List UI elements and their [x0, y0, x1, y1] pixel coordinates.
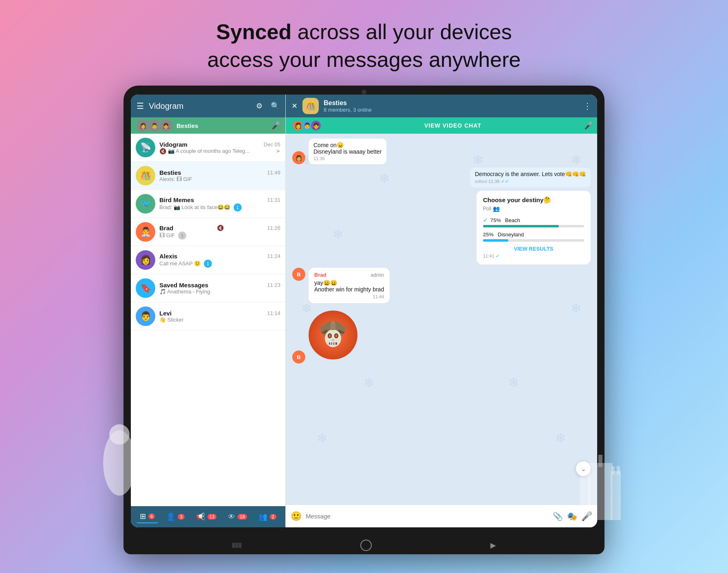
edited-label: edited: [475, 179, 487, 184]
view-video-chat-text: VIEW VIDEO CHAT: [338, 122, 568, 129]
svg-rect-24: [611, 466, 615, 474]
poll-bar-beach: [483, 225, 559, 227]
emoji-button[interactable]: 🙂: [291, 511, 302, 522]
hero-bold: Synced: [216, 20, 291, 44]
tab-groups-icon: 👥: [258, 512, 267, 521]
hero-line1-rest: across all your devices: [291, 20, 512, 44]
chat-info-brad: Brad 🔇 11:26 🎞 GIF 1: [159, 225, 280, 240]
avatar-vidogram: 📡: [136, 138, 155, 157]
tab-groups-badge: 2: [270, 514, 276, 520]
svg-rect-21: [578, 467, 581, 475]
active-chat-banner[interactable]: 👩 👨 👧 Besties 🎤: [131, 117, 285, 134]
tab-contacts[interactable]: 👤 3: [163, 511, 188, 523]
banner-avatar-3: 👧: [159, 118, 173, 133]
chat-time-besties: 11:49: [267, 170, 280, 176]
tab-contacts-icon: 👤: [166, 512, 175, 521]
svg-rect-23: [598, 455, 602, 467]
chat-item-vidogram[interactable]: 📡 Vidogram Dec 05 🔇 📷 A couple of months…: [131, 134, 285, 162]
chat-time-levi: 11:14: [267, 310, 280, 316]
tablet-camera: [362, 90, 366, 95]
hamburger-icon[interactable]: ☰: [137, 101, 144, 111]
avatar-msg1: 👩: [292, 151, 305, 164]
svg-rect-20: [611, 471, 621, 520]
poll-option-disneyland[interactable]: 25% Disneyland: [483, 231, 584, 242]
svg-point-6: [335, 334, 338, 337]
bubble-1: Come on😠Disneyland is waaay better 11:36: [309, 139, 386, 164]
search-icon[interactable]: 🔍: [271, 101, 280, 110]
svg-rect-22: [583, 467, 587, 475]
mute-icon-brad: 🔇: [217, 225, 224, 231]
badge-alexis: 1: [204, 260, 212, 268]
close-button[interactable]: ✕: [291, 101, 298, 110]
microphone-icon[interactable]: 🎤: [271, 121, 280, 130]
banner-avatars: 👩 👨 👧: [136, 118, 170, 133]
poll-check-icon: ✓: [496, 253, 500, 259]
video-chat-banner[interactable]: 👩 👨 👧 VIEW VIDEO CHAT 🎤: [286, 117, 597, 134]
msg-row-sticker: B: [292, 306, 591, 364]
chat-info-alexis: Alexis 11:24 Call me ASAP 🙂 1: [159, 253, 280, 268]
poll-pct-disneyland: 25%: [483, 231, 495, 238]
forward-nav-icon[interactable]: ▶: [490, 541, 496, 550]
back-nav-icon[interactable]: ⫴⫴⫴: [232, 541, 242, 550]
tablet-frame: ☰ Vidogram ⚙ 🔍 👩 👨 👧 B: [124, 86, 604, 554]
badge-brad: 1: [178, 231, 186, 240]
deco-left-figure: [99, 422, 140, 505]
chat-info-saved: Saved Messages 11:23 🎵 Anathema - Flying: [159, 282, 280, 295]
sticker-container: [309, 306, 357, 364]
chat-item-saved[interactable]: 🔖 Saved Messages 11:23 🎵 Anathema - Flyi…: [131, 274, 285, 302]
chat-info-besties: Besties 11:49 Alexis: 🎞 GIF: [159, 169, 280, 182]
message-input[interactable]: [306, 513, 549, 520]
poll-option-beach[interactable]: ✓ 75% Beach: [483, 217, 584, 227]
messages-area: ❄ ❄ ❄ ❄ ❄ ❄ ❄ ❄ ❄ ❄ ❄ ❄: [286, 134, 597, 505]
brad-message-text: yay😀😀Another win for mighty brad: [314, 280, 384, 293]
group-info: Besties 8 members, 3 online: [324, 99, 578, 113]
hero-section: Synced across all your devices access yo…: [207, 18, 521, 73]
right-column: ✕ 🎊 Besties 8 members, 3 online ⋮ 👩: [286, 95, 597, 527]
video-mic-icon[interactable]: 🎤: [584, 121, 593, 130]
poll-view-results-button[interactable]: VIEW RESULTS: [483, 246, 584, 252]
chat-item-levi[interactable]: 👨 Levi 11:14 👋 Sticker: [131, 302, 285, 331]
chat-name-vidogram: Vidogram: [159, 141, 188, 148]
tab-channels-icon: 📢: [196, 512, 205, 521]
svg-rect-25: [617, 466, 620, 474]
poll-bubble: Choose your destiny🤔 Poll 👥: [477, 191, 591, 264]
tab-chats[interactable]: ⊞ 6: [137, 510, 158, 523]
chat-time-vidogram: Dec 05: [264, 141, 280, 148]
chat-name-levi: Levi: [159, 310, 172, 317]
tab-mentions-icon: 👁: [228, 513, 235, 521]
chat-item-brad[interactable]: 👨‍💼 Brad 🔇 11:26 🎞 GIF: [131, 218, 285, 246]
hero-line2: access your messages anywhere: [207, 48, 521, 71]
more-options-icon[interactable]: ⋮: [583, 101, 591, 111]
message-input-bar: 🙂 📎 🎭 🎤: [286, 505, 597, 527]
chat-item-bird-memes[interactable]: 🐦 Bird Memes 11:31 Brad: 📷 Look at its f…: [131, 190, 285, 218]
home-nav-icon[interactable]: [360, 540, 372, 551]
msg-row-brad: B Brad admin yay😀😀Another win for mighty…: [292, 268, 591, 303]
svg-rect-19: [580, 471, 590, 520]
avatar-saved: 🔖: [136, 278, 155, 298]
tablet-wrapper: ☰ Vidogram ⚙ 🔍 👩 👨 👧 B: [124, 86, 604, 554]
chat-time-bird-memes: 11:31: [267, 197, 280, 203]
attach-button[interactable]: 📎: [553, 511, 563, 521]
msg2-time: edited 11:38 ✓✓: [475, 179, 586, 184]
chat-item-besties[interactable]: 🎊 Besties 11:49 Alexis: 🎞 GIF: [131, 162, 285, 190]
msg1-time: 11:36: [313, 156, 382, 161]
tab-mentions[interactable]: 👁 18: [225, 511, 250, 523]
tab-groups[interactable]: 👥 2: [255, 511, 280, 523]
avatar-brad-msg: B: [292, 268, 305, 281]
check-icon: ✓✓: [501, 179, 509, 184]
avatar-alexis: 👩: [136, 250, 155, 270]
svg-rect-11: [334, 342, 335, 345]
tablet-screen: ☰ Vidogram ⚙ 🔍 👩 👨 👧 B: [131, 95, 597, 527]
settings-icon[interactable]: ⚙: [256, 101, 263, 110]
chat-item-alexis[interactable]: 👩 Alexis 11:24 Call me ASAP 🙂 1: [131, 246, 285, 274]
poll-label-beach: Beach: [505, 217, 520, 223]
svg-rect-18: [588, 463, 613, 520]
chat-name-saved: Saved Messages: [159, 282, 208, 289]
poll-pct-beach: 75%: [490, 217, 503, 223]
brad-sender-name: Brad: [314, 272, 326, 278]
mute-icon-vidogram: 🔇: [159, 148, 166, 154]
svg-point-7: [332, 339, 334, 341]
tab-channels[interactable]: 📢 13: [193, 511, 220, 523]
msg-row-2: Democracy is the answer. Lets vote👊👊👊 ed…: [292, 167, 591, 187]
brad-bubble: Brad admin yay😀😀Another win for mighty b…: [309, 268, 390, 303]
